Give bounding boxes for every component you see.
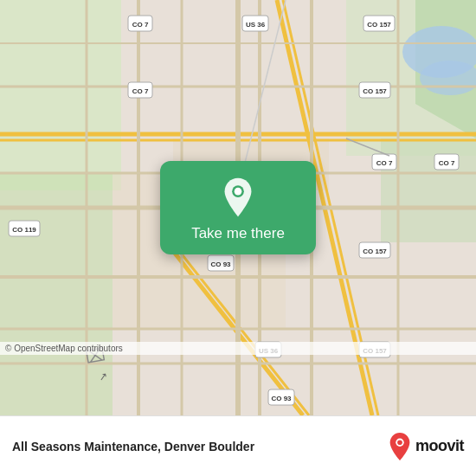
map-container: CO 7 US 36 CO 157 CO 7 CO 157 CO 7 CO 7 … [0,0,476,415]
svg-text:CO 7: CO 7 [376,159,393,167]
take-me-there-button[interactable]: Take me there [160,161,316,254]
svg-rect-1 [0,0,121,190]
copyright-bar: © OpenStreetMap contributors [0,342,476,355]
bottom-bar: All Seasons Maintenance, Denver Boulder … [0,415,476,476]
location-pin-icon [217,177,259,218]
moovit-logo[interactable]: moovit [388,432,464,461]
moovit-wordmark: moovit [415,437,464,455]
svg-point-63 [397,440,402,445]
svg-text:CO 7: CO 7 [439,159,455,167]
svg-point-61 [235,188,242,196]
location-title: All Seasons Maintenance, Denver Boulder [12,440,254,453]
svg-text:CO 157: CO 157 [367,21,391,29]
svg-text:CO 157: CO 157 [363,248,387,255]
copyright-text: © OpenStreetMap contributors [5,344,123,353]
moovit-pin-icon [388,432,412,461]
svg-text:US 36: US 36 [246,21,266,29]
svg-text:CO 7: CO 7 [132,21,149,29]
svg-text:CO 157: CO 157 [363,87,387,95]
svg-text:CO 119: CO 119 [12,226,36,234]
bottom-info: All Seasons Maintenance, Denver Boulder [12,440,254,453]
svg-text:CO 93: CO 93 [210,261,231,268]
take-me-there-label: Take me there [191,225,285,242]
svg-text:CO 7: CO 7 [132,87,149,95]
svg-text:CO 93: CO 93 [271,395,292,402]
